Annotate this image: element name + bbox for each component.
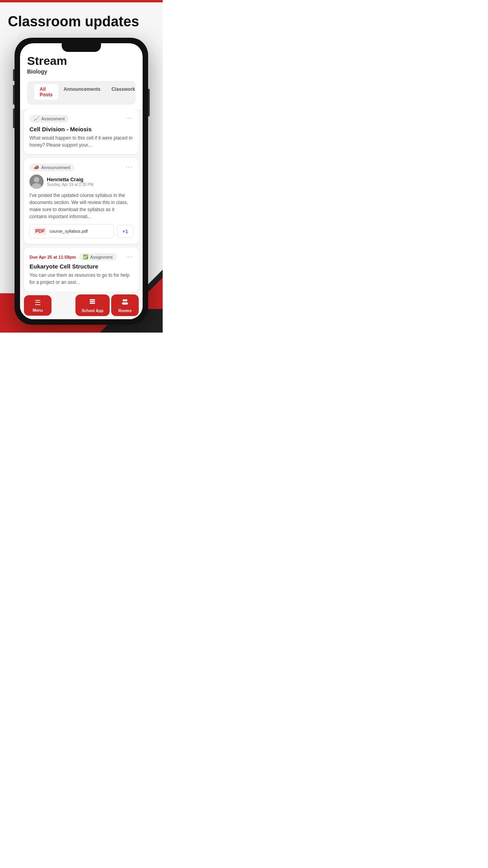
attachment-more[interactable]: +1 [117,225,133,238]
bottom-nav: ☰ Menu [20,291,143,319]
pdf-icon: PDF [34,228,46,235]
announcement-body: I've posted the updated course syllabus … [29,192,133,220]
assignment-badge: ✅ Assignment [79,253,116,261]
due-assign-row: Due Apr 25 at 11:59pm ✅ Assignment [29,253,117,261]
svg-rect-4 [90,301,95,302]
user-row: Henrietta Craig Sunday, Apr 19 at 2:35 P… [29,175,133,189]
rooms-label: Rooms [118,309,132,313]
tab-all-posts[interactable]: All Posts [34,84,58,100]
user-time: Sunday, Apr 19 at 2:35 PM [47,182,94,187]
assessment-label: Assessment [41,116,65,121]
screen-content: Stream Biology All Posts Announcements C… [20,43,143,319]
assessment-body: What would happen to this cell if it wer… [29,134,133,149]
svg-rect-5 [90,299,95,300]
card-header-2: 📣 Announcement ··· [29,164,133,171]
post-menu-1[interactable]: ··· [126,115,133,122]
avatar-img [29,175,44,189]
attachment-row: PDF course_syllabus.pdf +1 [29,224,133,238]
school-app-icon [88,298,96,307]
menu-icon: ☰ [35,298,41,307]
assignment-body: You can use them as resources to go to f… [29,272,133,286]
filter-tabs: All Posts Announcements Classwork [27,81,136,105]
rooms-icon [121,298,129,307]
phone-btn-left3 [13,108,15,128]
card-header-3: Due Apr 25 at 11:59pm ✅ Assignment ··· [29,253,133,261]
svg-point-7 [125,299,127,302]
post-menu-3[interactable]: ··· [126,254,133,261]
phone-notch [62,43,101,52]
assessment-title: Cell Division - Meiosis [29,126,133,132]
posts-area: 📈 Assessment ··· Cell Division - Meiosis… [20,109,143,291]
svg-point-9 [124,302,128,305]
nav-btn-group: School App [75,294,139,316]
phone-frame: Stream Biology All Posts Announcements C… [15,38,148,325]
page-heading: Classroom updates [0,2,163,38]
user-name: Henrietta Craig [47,177,94,182]
svg-rect-3 [90,303,95,304]
school-app-label: School App [82,309,103,313]
announcement-badge: 📣 Announcement [29,164,74,171]
phone-screen: Stream Biology All Posts Announcements C… [20,43,143,319]
menu-label: Menu [33,308,43,313]
announcement-label: Announcement [41,165,70,170]
post-menu-2[interactable]: ··· [126,164,133,171]
rooms-button[interactable]: Rooms [111,294,139,316]
stream-subtitle: Biology [27,68,136,75]
pdf-name: course_syllabus.pdf [50,229,88,234]
phone-btn-left2 [13,85,15,105]
stream-title: Stream [27,54,136,68]
due-badge: Due Apr 25 at 11:59pm [29,255,76,259]
phone-btn-right [148,89,150,116]
tab-classwork[interactable]: Classwork [106,84,141,100]
assessment-badge: 📈 Assessment [29,115,69,123]
tab-announcements[interactable]: Announcements [58,84,106,100]
phone-wrapper: Stream Biology All Posts Announcements C… [0,38,163,333]
svg-point-6 [123,299,125,302]
avatar [29,175,44,189]
post-card-assessment: 📈 Assessment ··· Cell Division - Meiosis… [24,109,139,154]
post-card-announcement: 📣 Announcement ··· [24,158,139,244]
post-card-assignment: Due Apr 25 at 11:59pm ✅ Assignment ··· E… [24,248,139,291]
user-info: Henrietta Craig Sunday, Apr 19 at 2:35 P… [47,177,94,187]
school-app-button[interactable]: School App [75,294,110,316]
assignment-badge-icon: ✅ [83,254,88,259]
pdf-attachment[interactable]: PDF course_syllabus.pdf [29,224,114,238]
assessment-icon: 📈 [33,116,39,121]
svg-point-1 [34,177,39,182]
card-header-1: 📈 Assessment ··· [29,115,133,123]
assignment-label: Assignment [90,255,112,259]
phone-btn-left [13,69,15,81]
assignment-title: Eukaryote Cell Structure [29,263,133,270]
menu-button[interactable]: ☰ Menu [24,295,51,316]
announcement-icon: 📣 [33,165,39,170]
